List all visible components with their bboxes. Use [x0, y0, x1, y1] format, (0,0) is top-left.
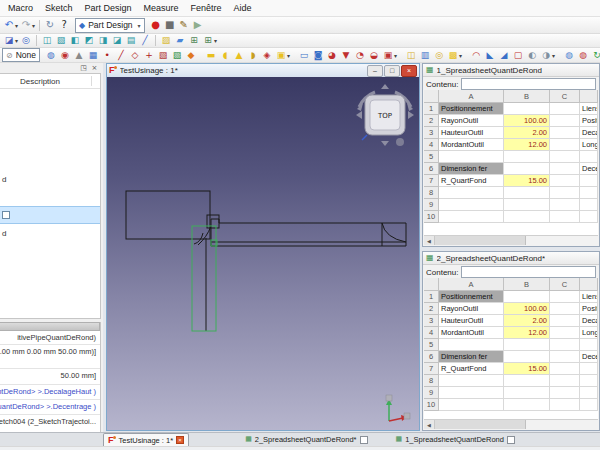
spreadsheet-cell[interactable]: Decentra: [580, 163, 598, 175]
row-header[interactable]: 10: [424, 399, 439, 411]
column-header-B[interactable]: B: [504, 90, 550, 103]
view-rear-icon[interactable]: ◪: [111, 35, 123, 47]
mdi-tab-1[interactable]: FTestUsinage : 1*×: [103, 433, 189, 447]
spreadsheet-cell[interactable]: [550, 103, 580, 115]
spreadsheet-cell[interactable]: [550, 211, 580, 223]
spreadsheet-cell[interactable]: DecalageH: [580, 127, 598, 139]
spreadsheet-cell[interactable]: [550, 115, 580, 127]
row-header[interactable]: 5: [424, 151, 439, 163]
spreadsheet-cell[interactable]: [439, 399, 504, 411]
datum-line-icon[interactable]: ╱: [115, 49, 127, 61]
spreadsheet-cell[interactable]: [580, 363, 598, 375]
spreadsheet-cell[interactable]: [439, 339, 504, 351]
mdi-tab-3[interactable]: ▦1_SpreadsheetQuantDeRond: [392, 433, 519, 446]
property-row[interactable]: ': (500.00 mm 0.00 mm 50.00 mm)]: [0, 345, 100, 369]
subtractive-primitive-icon[interactable]: ▣: [382, 49, 394, 61]
tree-item[interactable]: d: [0, 170, 100, 188]
spreadsheet-cell[interactable]: R_QuartFond: [439, 363, 504, 375]
chamfer-icon[interactable]: ◣: [484, 49, 496, 61]
viewport-maximize-button[interactable]: □: [384, 65, 400, 77]
tab-close-icon[interactable]: [507, 436, 515, 444]
spreadsheet-cell[interactable]: [550, 139, 580, 151]
attach-sketch-icon[interactable]: ▲: [73, 49, 85, 61]
macro-edit-icon[interactable]: ✎: [178, 19, 190, 31]
menu-item-fenêtre[interactable]: Fenêtre: [185, 2, 228, 14]
row-header[interactable]: 10: [424, 211, 439, 223]
zoom-icon[interactable]: ◎: [20, 35, 32, 47]
hole-icon[interactable]: ◙: [312, 49, 324, 61]
tab-close-icon[interactable]: [360, 436, 368, 444]
spreadsheet-cell[interactable]: Decentra: [580, 351, 598, 363]
spreadsheet-cell[interactable]: [439, 151, 504, 163]
spreadsheet-cell[interactable]: 12.00: [504, 327, 550, 339]
column-header-A[interactable]: A: [439, 278, 504, 291]
spreadsheet-cell[interactable]: [504, 103, 550, 115]
spreadsheet-cell[interactable]: Longueur: [580, 139, 598, 151]
refresh-icon[interactable]: ↻: [44, 19, 56, 31]
macro-play-icon[interactable]: ▶: [192, 19, 204, 31]
tab-close-icon[interactable]: ×: [176, 436, 184, 444]
row-header[interactable]: 2: [424, 115, 439, 127]
spreadsheet-cell[interactable]: [550, 375, 580, 387]
groove-icon[interactable]: ◕: [326, 49, 338, 61]
row-header[interactable]: 8: [424, 187, 439, 199]
model-geometry[interactable]: [126, 191, 406, 331]
spreadsheet-cell[interactable]: [580, 339, 598, 351]
subtractive-loft-icon[interactable]: ▼: [340, 49, 352, 61]
row-header[interactable]: 8: [424, 375, 439, 387]
column-header-C[interactable]: C: [550, 278, 580, 291]
thickness-icon[interactable]: ▢: [512, 49, 524, 61]
subtractive-helix-icon[interactable]: ◒: [368, 49, 380, 61]
datum-cs-icon[interactable]: +: [143, 49, 155, 61]
property-row[interactable]: uantDeRond), Sketch004 (2_SketchTrajecto…: [0, 415, 100, 433]
menu-item-measure[interactable]: Measure: [138, 2, 185, 14]
spreadsheet-cell[interactable]: Dimension fer: [439, 351, 504, 363]
property-row[interactable]: dsheetQuantDeRond> >.Decentrage ): [0, 400, 100, 415]
navigation-cube[interactable]: TOP: [356, 84, 414, 146]
row-header[interactable]: 2: [424, 303, 439, 315]
spreadsheet-cell[interactable]: [504, 151, 550, 163]
spreadsheet-cell[interactable]: [439, 375, 504, 387]
spreadsheet-cell[interactable]: [580, 387, 598, 399]
spreadsheet-cell[interactable]: [504, 187, 550, 199]
menu-item-macro[interactable]: Macro: [2, 2, 39, 14]
viewport-canvas[interactable]: TOP: [107, 77, 419, 430]
defeaturing-icon[interactable]: ◍: [577, 49, 589, 61]
spreadsheet-cell[interactable]: [504, 199, 550, 211]
additive-primitive-icon[interactable]: ▣: [275, 49, 287, 61]
spreadsheet-cell[interactable]: Liens ave: [580, 291, 598, 303]
row-header[interactable]: 1: [424, 291, 439, 303]
part-design-body-icon[interactable]: ◍: [45, 49, 57, 61]
cell-content-input[interactable]: [461, 266, 596, 278]
spreadsheet-cell[interactable]: [504, 339, 550, 351]
spreadsheet-cell[interactable]: 100.00: [504, 303, 550, 315]
row-header[interactable]: 7: [424, 175, 439, 187]
spreadsheet-cell[interactable]: [550, 351, 580, 363]
spreadsheet-cell[interactable]: [504, 163, 550, 175]
selection-view-icon[interactable]: ▨: [160, 35, 172, 47]
fillet-icon[interactable]: ◠: [470, 49, 482, 61]
mdi-tab-2[interactable]: ▦2_SpreadsheetQuantDeRond*: [241, 433, 371, 446]
undo-icon[interactable]: ↶: [3, 19, 15, 31]
row-header[interactable]: 4: [424, 139, 439, 151]
menu-item-part-design[interactable]: Part Design: [79, 2, 138, 14]
measure-icon[interactable]: ╱: [139, 35, 151, 47]
tree-column-header[interactable]: Description: [0, 74, 100, 89]
macro-record-icon[interactable]: ●: [150, 19, 162, 31]
additive-loft-icon[interactable]: ▲: [233, 49, 245, 61]
spreadsheet-cell[interactable]: [580, 151, 598, 163]
property-link[interactable]: dsheetQuantDeRond> >.DecalageHaut ): [0, 387, 96, 396]
create-sketch-icon[interactable]: ◉: [59, 49, 71, 61]
row-header[interactable]: 9: [424, 199, 439, 211]
spreadsheet-cell[interactable]: Liens ave: [580, 103, 598, 115]
spreadsheet-cell[interactable]: MordantOutil: [439, 327, 504, 339]
view-right-icon[interactable]: ◨: [97, 35, 109, 47]
tree-view-icon[interactable]: ▰: [174, 35, 186, 47]
datum-plane-icon[interactable]: ◇: [129, 49, 141, 61]
spreadsheet-cell[interactable]: PositionL: [580, 303, 598, 315]
export-graphics-icon[interactable]: ⊞: [188, 35, 200, 47]
property-row[interactable]: 50.00 mm]: [0, 369, 100, 385]
migrate-icon[interactable]: ◑: [540, 49, 552, 61]
spreadsheet-cell[interactable]: PositionL: [580, 115, 598, 127]
spreadsheet-cell[interactable]: [504, 211, 550, 223]
